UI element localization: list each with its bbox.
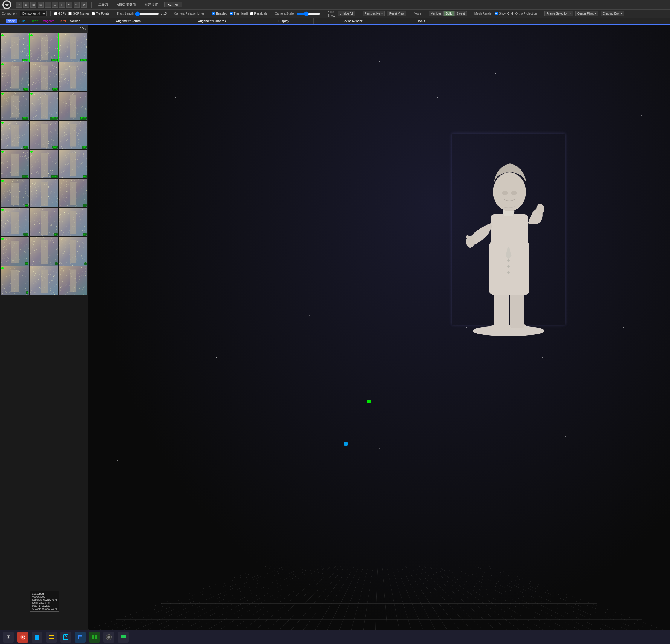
track-length-slider[interactable]: [135, 12, 159, 15]
perspective-dropdown[interactable]: Perspective: [363, 11, 385, 16]
image-cell-3[interactable]: 1391: [59, 33, 87, 62]
toolbar-icon-settings[interactable]: ⚙: [81, 2, 87, 8]
image-cell-11[interactable]: 266: [30, 121, 58, 149]
taskbar-icon-3[interactable]: [46, 632, 57, 643]
svg-rect-30: [95, 635, 96, 637]
toolbar-icon-8[interactable]: ↩: [66, 2, 72, 8]
tie-points-group: Tie Points: [92, 12, 109, 15]
source-none-btn[interactable]: None: [6, 19, 17, 23]
section-display: Display: [254, 18, 313, 24]
image-cell-18[interactable]: 14: [59, 179, 87, 207]
image-cell-4[interactable]: 381: [1, 63, 29, 91]
image-cell-20[interactable]: 55: [30, 208, 58, 236]
svg-rect-27: [49, 638, 54, 639]
menu-image-align[interactable]: 图像对齐设置: [115, 2, 138, 8]
menu-workflow[interactable]: 工作流: [96, 2, 110, 8]
toolbar-icon-1[interactable]: ≡: [16, 2, 22, 8]
show-grid-checkbox[interactable]: [495, 12, 498, 15]
scene-tab[interactable]: SCENE: [164, 2, 183, 8]
main-area: 2Ds 502143351391381277272913916172042826…: [0, 25, 670, 630]
image-cell-25[interactable]: 1: [1, 266, 29, 294]
svg-rect-23: [35, 638, 37, 640]
toolbar-icon-6[interactable]: ⊡: [52, 2, 58, 8]
tie-points-checkbox[interactable]: [92, 12, 95, 15]
tooltip-filename: 0101.jpeg: [32, 592, 57, 595]
image-cell-10[interactable]: 428: [1, 121, 29, 149]
image-cell-27[interactable]: [59, 266, 87, 294]
image-badge-7: 2729: [22, 117, 29, 120]
image-cell-15[interactable]: 67: [59, 150, 87, 178]
image-cell-24[interactable]: 3: [59, 237, 87, 265]
image-cell-12[interactable]: 153: [59, 121, 87, 149]
toolbar-icon-redo[interactable]: ↪: [73, 2, 80, 8]
source-green-btn[interactable]: Green: [28, 19, 40, 23]
center-pivot-dropdown[interactable]: Center Pivot: [575, 11, 598, 16]
grid-floor: [88, 566, 670, 630]
toolbar-icon-2[interactable]: ⊞: [23, 2, 29, 8]
thumbnail-checkbox[interactable]: [230, 12, 233, 15]
taskbar-windows[interactable]: ⊞: [3, 632, 14, 643]
svg-point-34: [107, 636, 110, 639]
frame-selection-dropdown[interactable]: Frame Selection: [545, 11, 573, 16]
clipping-box-dropdown[interactable]: Clipping Box: [601, 11, 624, 16]
toolbar-icon-3[interactable]: ▦: [30, 2, 37, 8]
source-magenta-btn[interactable]: Magenta: [41, 19, 56, 23]
svg-rect-26: [49, 636, 54, 637]
camera-scale-slider[interactable]: [296, 12, 320, 15]
svg-point-16: [493, 173, 526, 211]
taskbar-icon-chat[interactable]: [118, 632, 129, 643]
left-panel-header: 2Ds: [0, 25, 88, 33]
menu-rebuild[interactable]: 重建设置: [143, 2, 160, 8]
image-cell-9[interactable]: 1720: [59, 92, 87, 120]
figure-container: [452, 134, 565, 355]
show-label: Show: [328, 14, 335, 17]
toolbar-icon-7[interactable]: ◱: [59, 2, 65, 8]
svg-rect-24: [37, 638, 39, 640]
source-coral-btn[interactable]: Coral: [57, 19, 68, 23]
taskbar-icon-rc2[interactable]: [104, 632, 114, 643]
image-cell-26[interactable]: [30, 266, 58, 294]
left-panel[interactable]: 2Ds 502143351391381277272913916172042826…: [0, 25, 88, 630]
image-cell-5[interactable]: 277: [30, 63, 58, 91]
residuals-group: Residuals: [250, 12, 267, 15]
image-cell-17[interactable]: [30, 179, 58, 207]
image-cell-8[interactable]: 13916: [30, 92, 58, 120]
gcps-checkbox[interactable]: [54, 12, 57, 15]
toolbar-icon-4[interactable]: ▤: [38, 2, 44, 8]
image-cell-21[interactable]: 46: [59, 208, 87, 236]
thumbnail-label: Thumbnail: [234, 12, 248, 15]
image-cell-16[interactable]: 68: [1, 179, 29, 207]
gcp-names-checkbox[interactable]: [68, 12, 72, 15]
unhide-all-button[interactable]: Unhide All: [337, 11, 355, 16]
image-dot-10: [1, 122, 3, 124]
reset-view-button[interactable]: Reset View: [387, 11, 406, 16]
3d-viewport[interactable]: [88, 25, 670, 630]
image-cell-6[interactable]: [59, 63, 87, 91]
image-cell-22[interactable]: 31: [1, 237, 29, 265]
image-cell-7[interactable]: 2729: [1, 92, 29, 120]
solid-button[interactable]: Solid: [444, 11, 454, 16]
track-min: 1: [160, 12, 162, 15]
toolbar-icon-5[interactable]: ◫: [45, 2, 51, 8]
image-tooltip: 0101.jpeg 4000x3000 features: 6021/27975…: [30, 591, 59, 612]
image-cell-23[interactable]: 2: [30, 237, 58, 265]
svg-rect-21: [35, 635, 37, 637]
component-select[interactable]: Component 0: [20, 11, 46, 16]
source-section-label: Source: [70, 19, 80, 23]
source-blue-btn[interactable]: Blue: [18, 19, 27, 23]
image-cell-2[interactable]: 4335: [30, 33, 58, 62]
sweet-button[interactable]: Sweet: [454, 11, 467, 16]
image-cell-14[interactable]: 1094: [30, 150, 58, 178]
image-badge-8: 13916: [50, 117, 57, 120]
taskbar-icon-2[interactable]: [32, 632, 42, 643]
residuals-checkbox[interactable]: [250, 12, 253, 15]
vertices-button[interactable]: Vertices: [429, 11, 444, 16]
taskbar-icon-6[interactable]: [89, 632, 100, 643]
taskbar-icon-4[interactable]: [61, 632, 71, 643]
image-cell-13[interactable]: 1338: [1, 150, 29, 178]
taskbar-icon-1[interactable]: RC: [17, 632, 28, 643]
image-cell-19[interactable]: 729: [1, 208, 29, 236]
taskbar-icon-5[interactable]: [75, 632, 85, 643]
enabled-checkbox[interactable]: [212, 12, 215, 15]
image-cell-1[interactable]: 5021: [1, 33, 29, 62]
